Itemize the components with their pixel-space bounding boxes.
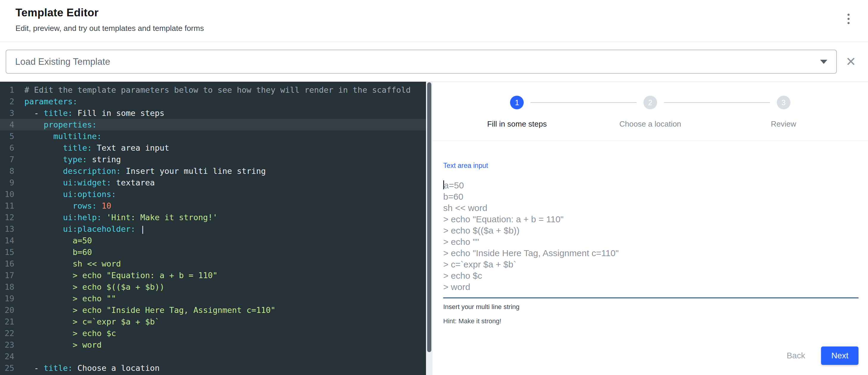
field-help: Hint: Make it strong! xyxy=(443,317,859,325)
editor-line: 5 multiline: xyxy=(0,130,426,142)
line-number: 13 xyxy=(0,223,14,235)
step-icon: 3 xyxy=(777,96,790,110)
editor-line: 12 ui:help: 'Hint: Make it strong!' xyxy=(0,212,426,223)
step-connector xyxy=(664,102,770,103)
preview-panel: 1Fill in some steps2Choose a location3Re… xyxy=(433,82,868,375)
content-split: 1# Edit the template parameters below to… xyxy=(0,82,868,375)
textarea-placeholder-line: > echo $(($a + $b)) xyxy=(443,225,859,236)
line-number: 6 xyxy=(0,142,14,154)
editor-line: 7 type: string xyxy=(0,154,426,165)
textarea-placeholder-line: sh << word xyxy=(443,202,859,214)
code-editor[interactable]: 1# Edit the template parameters below to… xyxy=(0,82,426,375)
line-number: 12 xyxy=(0,212,14,223)
line-number: 14 xyxy=(0,235,14,246)
textarea-placeholder-line: > echo "Inside Here Tag, Assignment c=11… xyxy=(443,248,859,259)
editor-line: 9 ui:widget: textarea xyxy=(0,177,426,188)
form-section: Text area input a=50b=60sh << word> echo… xyxy=(433,141,868,365)
editor-line: 10 ui:options: xyxy=(0,188,426,200)
editor-line: 19 > echo "" xyxy=(0,293,426,304)
editor-line: 6 title: Text area input xyxy=(0,142,426,154)
textarea-placeholder-line: > word xyxy=(443,281,859,293)
back-button[interactable]: Back xyxy=(779,347,813,365)
editor-line: 23 > word xyxy=(0,339,426,351)
line-number: 5 xyxy=(0,130,14,142)
chevron-down-icon xyxy=(820,60,827,64)
step-label: Review xyxy=(717,120,850,129)
editor-line: 22 > echo $c xyxy=(0,327,426,339)
line-number: 11 xyxy=(0,200,14,212)
line-number: 15 xyxy=(0,246,14,258)
editor-scrollbar[interactable] xyxy=(426,82,433,375)
textarea-placeholder-line: a=50 xyxy=(443,180,859,191)
line-number: 1 xyxy=(0,84,14,96)
step: 3Review xyxy=(717,96,850,129)
editor-line: 1# Edit the template parameters below to… xyxy=(0,84,426,96)
line-number: 2 xyxy=(0,96,14,107)
line-number: 19 xyxy=(0,293,14,304)
step-label: Fill in some steps xyxy=(450,120,584,129)
editor-line: 21 > c=`expr $a + $b` xyxy=(0,316,426,327)
line-number: 20 xyxy=(0,304,14,316)
template-select[interactable]: Load Existing Template xyxy=(6,50,837,74)
editor-line: 14 a=50 xyxy=(0,235,426,246)
editor-line: 16 sh << word xyxy=(0,258,426,270)
textarea-placeholder-line: b=60 xyxy=(443,191,859,202)
step-connector xyxy=(531,102,637,103)
line-number: 18 xyxy=(0,281,14,293)
page-header: Template Editor Edit, preview, and try o… xyxy=(0,0,868,42)
editor-line: 13 ui:placeholder: | xyxy=(0,223,426,235)
textarea-placeholder-line: > echo $c xyxy=(443,270,859,281)
editor-line: 2parameters: xyxy=(0,96,426,107)
line-number: 7 xyxy=(0,154,14,165)
editor-line: 18 > echo $(($a + $b)) xyxy=(0,281,426,293)
editor-line: 4 properties: xyxy=(0,119,426,130)
editor-line: 8 description: Insert your multi line st… xyxy=(0,165,426,177)
textarea-input[interactable]: a=50b=60sh << word> echo "Equation: a + … xyxy=(443,180,859,293)
line-number: 10 xyxy=(0,188,14,200)
field-description: Insert your multi line string xyxy=(443,303,859,311)
line-number: 21 xyxy=(0,316,14,327)
line-number: 3 xyxy=(0,107,14,119)
step: 2Choose a location xyxy=(584,96,717,129)
editor-line: 25 - title: Choose a location xyxy=(0,362,426,374)
editor-line: 17 > echo "Equation: a + b = 110" xyxy=(0,270,426,281)
line-number: 22 xyxy=(0,327,14,339)
line-number: 9 xyxy=(0,177,14,188)
page-title: Template Editor xyxy=(16,6,856,19)
textarea-placeholder-line: > echo "Equation: a + b = 110" xyxy=(443,214,859,225)
editor-line: 3 - title: Fill in some steps xyxy=(0,107,426,119)
step-icon: 2 xyxy=(644,96,657,110)
kebab-menu-icon[interactable] xyxy=(847,14,849,24)
editor-line: 11 rows: 10 xyxy=(0,200,426,212)
text-cursor xyxy=(443,180,444,189)
editor-line: 20 > echo "Inside Here Tag, Assignment c… xyxy=(0,304,426,316)
line-number: 8 xyxy=(0,165,14,177)
field-underline xyxy=(443,298,859,298)
field-label: Text area input xyxy=(443,162,859,170)
editor-line: 24 xyxy=(0,351,426,362)
next-button[interactable]: Next xyxy=(821,346,859,365)
line-number: 17 xyxy=(0,270,14,281)
step-icon: 1 xyxy=(510,96,524,110)
line-number: 4 xyxy=(0,119,14,130)
step: 1Fill in some steps xyxy=(450,96,584,129)
template-select-bar: Load Existing Template ✕ xyxy=(0,42,868,82)
line-number: 25 xyxy=(0,362,14,374)
stepper: 1Fill in some steps2Choose a location3Re… xyxy=(450,96,850,129)
textarea-placeholder-line: > echo "" xyxy=(443,236,859,248)
line-number: 24 xyxy=(0,351,14,362)
stepper-section: 1Fill in some steps2Choose a location3Re… xyxy=(433,82,868,141)
close-icon[interactable]: ✕ xyxy=(846,56,856,68)
page-subtitle: Edit, preview, and try out templates and… xyxy=(16,24,856,33)
app-root: Template Editor Edit, preview, and try o… xyxy=(0,0,868,375)
line-number: 16 xyxy=(0,258,14,270)
scrollbar-thumb[interactable] xyxy=(427,82,431,352)
textarea-placeholder-line: > c=`expr $a + $b` xyxy=(443,259,859,270)
line-number: 23 xyxy=(0,339,14,351)
template-select-placeholder: Load Existing Template xyxy=(15,57,110,67)
editor-line: 15 b=60 xyxy=(0,246,426,258)
wizard-actions: Back Next xyxy=(443,346,859,365)
step-label: Choose a location xyxy=(584,120,717,129)
